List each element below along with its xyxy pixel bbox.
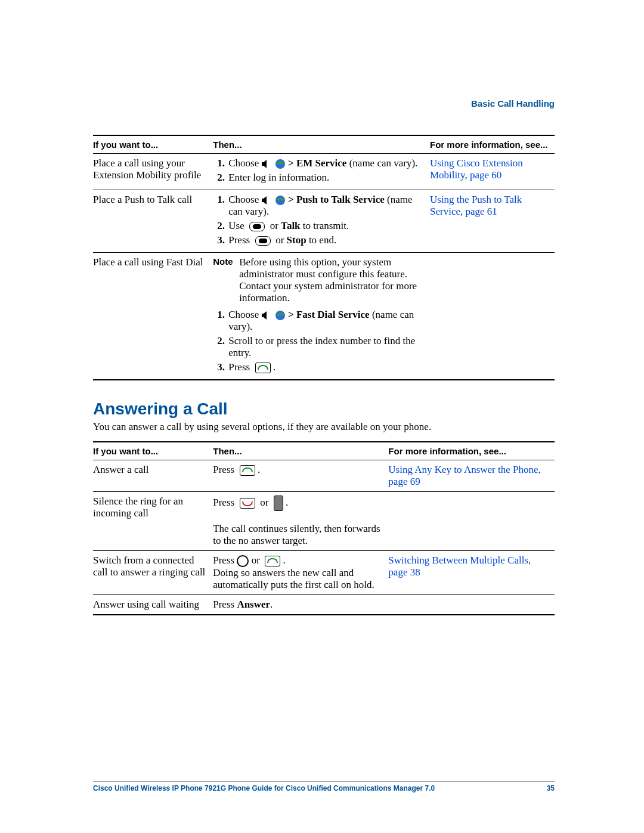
cell-then: Choose > Push to Talk Service (name can … bbox=[213, 190, 430, 253]
cell-then: Press . bbox=[213, 460, 388, 492]
col-header-then: Then... bbox=[213, 135, 430, 154]
table-row: Answer using call waitingPress Answer. bbox=[93, 595, 555, 615]
cell-want: Silence the ring for an incoming call bbox=[93, 492, 213, 551]
cross-reference-link[interactable]: Using the Push to Talk Service, page 61 bbox=[430, 194, 522, 217]
cell-then: Press or .The call continues silently, t… bbox=[213, 492, 388, 551]
cross-reference-link[interactable]: Switching Between Multiple Calls, page 3… bbox=[388, 555, 531, 578]
cell-want: Answer using call waiting bbox=[93, 595, 213, 615]
cell-then: Choose > EM Service (name can vary).Ente… bbox=[213, 154, 430, 190]
cell-more-info bbox=[430, 253, 555, 380]
table-row: Switch from a connected call to answer a… bbox=[93, 551, 555, 595]
table-answer-options: If you want to... Then... For more infor… bbox=[93, 441, 555, 615]
cell-then: Press or .Doing so answers the new call … bbox=[213, 551, 388, 595]
footer-title: Cisco Unified Wireless IP Phone 7921G Ph… bbox=[93, 784, 435, 792]
cell-want: Place a Push to Talk call bbox=[93, 190, 213, 253]
cell-more-info: Using the Push to Talk Service, page 61 bbox=[430, 190, 555, 253]
table2-body: Answer a callPress .Using Any Key to Ans… bbox=[93, 460, 555, 615]
cell-more-info bbox=[388, 595, 555, 615]
cell-then: NoteBefore using this option, your syste… bbox=[213, 253, 430, 380]
section-intro: You can answer a call by using several o… bbox=[93, 421, 555, 433]
table-row: Answer a callPress .Using Any Key to Ans… bbox=[93, 460, 555, 492]
chapter-header: Basic Call Handling bbox=[93, 98, 555, 109]
col-header-more: For more information, see... bbox=[430, 135, 555, 154]
cell-want: Place a call using Fast Dial bbox=[93, 253, 213, 380]
col-header-then: Then... bbox=[213, 442, 388, 460]
cell-more-info bbox=[388, 492, 555, 551]
document-page: Basic Call Handling If you want to... Th… bbox=[0, 0, 644, 833]
col-header-want: If you want to... bbox=[93, 442, 213, 460]
table-row: Silence the ring for an incoming callPre… bbox=[93, 492, 555, 551]
page-footer: Cisco Unified Wireless IP Phone 7921G Ph… bbox=[93, 781, 555, 792]
footer-page-number: 35 bbox=[547, 784, 555, 792]
cell-want: Switch from a connected call to answer a… bbox=[93, 551, 213, 595]
table-row: Place a call using your Extension Mobili… bbox=[93, 154, 555, 190]
cell-more-info: Switching Between Multiple Calls, page 3… bbox=[388, 551, 555, 595]
col-header-more: For more information, see... bbox=[388, 442, 555, 460]
cross-reference-link[interactable]: Using Any Key to Answer the Phone, page … bbox=[388, 464, 540, 487]
col-header-want: If you want to... bbox=[93, 135, 213, 154]
cell-want: Answer a call bbox=[93, 460, 213, 492]
table-row: Place a Push to Talk callChoose > Push t… bbox=[93, 190, 555, 253]
table-call-options: If you want to... Then... For more infor… bbox=[93, 135, 555, 380]
table-row: Place a call using Fast DialNoteBefore u… bbox=[93, 253, 555, 380]
section-title: Answering a Call bbox=[93, 400, 555, 419]
table1-body: Place a call using your Extension Mobili… bbox=[93, 154, 555, 380]
cell-more-info: Using Cisco Extension Mobility, page 60 bbox=[430, 154, 555, 190]
cross-reference-link[interactable]: Using Cisco Extension Mobility, page 60 bbox=[430, 157, 523, 181]
cell-then: Press Answer. bbox=[213, 595, 388, 615]
cell-want: Place a call using your Extension Mobili… bbox=[93, 154, 213, 190]
cell-more-info: Using Any Key to Answer the Phone, page … bbox=[388, 460, 555, 492]
